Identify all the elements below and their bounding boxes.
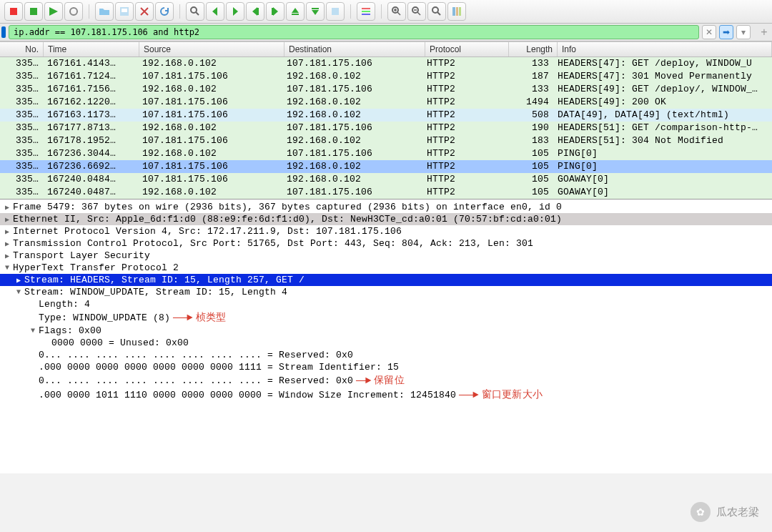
cell-len: 183 (505, 134, 553, 147)
svg-rect-19 (459, 7, 461, 16)
svg-rect-8 (292, 14, 299, 15)
packet-row[interactable]: 335…167161.7156…192.168.0.102107.181.175… (0, 83, 772, 96)
cell-proto: HTTP2 (422, 134, 505, 147)
column-header-no[interactable]: No. (0, 42, 44, 56)
tree-frame[interactable]: ▶Frame 5479: 367 bytes on wire (2936 bit… (0, 201, 772, 213)
start-capture-button[interactable] (4, 2, 23, 21)
packet-row[interactable]: 335…167163.1173…107.181.175.106192.168.0… (0, 109, 772, 122)
column-header-info[interactable]: Info (558, 42, 772, 56)
display-filter-input[interactable] (9, 25, 699, 39)
tree-flags-unused[interactable]: 0000 0000 = Unused: 0x00 (0, 337, 772, 349)
tree-flags[interactable]: ▼Flags: 0x00 (0, 325, 772, 337)
packet-row[interactable]: 335…167236.6692…107.181.175.106192.168.0… (0, 160, 772, 173)
tree-length[interactable]: Length: 4 (0, 298, 772, 310)
go-next-button[interactable] (226, 2, 244, 21)
tree-reserved-1[interactable]: 0... .... .... .... .... .... .... .... … (0, 349, 772, 361)
svg-point-5 (191, 7, 197, 13)
collapse-icon[interactable]: ▼ (29, 327, 37, 335)
resize-columns-button[interactable] (447, 2, 466, 21)
tree-ip[interactable]: ▶Internet Protocol Version 4, Src: 172.1… (0, 225, 772, 237)
tree-tcp[interactable]: ▶Transmission Control Protocol, Src Port… (0, 237, 772, 250)
cell-len: 133 (505, 57, 553, 70)
column-header-time[interactable]: Time (44, 42, 139, 56)
cell-dst: 192.168.0.102 (282, 96, 422, 109)
filter-bookmark-icon[interactable] (1, 26, 6, 38)
expand-icon[interactable]: ▶ (14, 276, 23, 285)
expand-icon[interactable]: ▶ (3, 203, 11, 212)
watermark-text: 瓜农老梁 (716, 506, 759, 519)
tree-stream-headers[interactable]: ▶Stream: HEADERS, Stream ID: 15, Length … (0, 274, 772, 286)
cell-dst: 192.168.0.102 (282, 70, 422, 83)
reload-button[interactable] (155, 2, 174, 21)
tree-stream-id[interactable]: .000 0000 0000 0000 0000 0000 0000 1111 … (0, 361, 772, 373)
cell-len: 1494 (505, 96, 553, 109)
open-file-button[interactable] (95, 2, 114, 21)
save-file-button[interactable] (115, 2, 134, 21)
go-top-button[interactable] (286, 2, 305, 21)
collapse-icon[interactable]: ▼ (14, 288, 23, 296)
tree-window-size[interactable]: .000 0000 1011 1110 0000 0000 0000 0000 … (0, 388, 772, 402)
cell-info: GOAWAY[0] (553, 186, 772, 199)
tree-http2[interactable]: ▼HyperText Transfer Protocol 2 (0, 262, 772, 274)
restart-capture-button[interactable] (44, 2, 63, 21)
tree-tls[interactable]: ▶Transport Layer Security (0, 250, 772, 262)
packet-list-rows[interactable]: 335…167161.4143…192.168.0.102107.181.175… (0, 57, 772, 199)
expand-icon[interactable]: ▶ (3, 240, 11, 248)
cell-time: 167177.8713… (43, 122, 138, 134)
cell-info: HEADERS[47]: 301 Moved Permanently (553, 70, 772, 83)
packet-row[interactable]: 335…167161.4143…192.168.0.102107.181.175… (0, 57, 772, 70)
tree-type[interactable]: Type: WINDOW_UPDATE (8)———►桢类型 (0, 310, 772, 325)
column-header-source[interactable]: Source (139, 42, 284, 56)
apply-filter-button[interactable]: ➡ (719, 25, 733, 39)
packet-row[interactable]: 335…167177.8713…192.168.0.102107.181.175… (0, 122, 772, 134)
jump-prev-button[interactable] (246, 2, 264, 21)
column-header-protocol[interactable]: Protocol (425, 42, 509, 56)
cell-src: 107.181.175.106 (138, 160, 282, 173)
packet-row[interactable]: 335…167162.1220…107.181.175.106192.168.0… (0, 96, 772, 109)
expand-icon[interactable]: ▶ (3, 252, 11, 260)
filter-history-button[interactable]: ▾ (736, 25, 751, 39)
collapse-icon[interactable]: ▼ (3, 264, 11, 272)
packet-row[interactable]: 335…167161.7124…107.181.175.106192.168.0… (0, 70, 772, 83)
zoom-reset-button[interactable] (427, 2, 446, 21)
cell-proto: HTTP2 (422, 70, 505, 83)
zoom-out-button[interactable] (407, 2, 426, 21)
cell-no: 335… (0, 160, 43, 173)
cell-proto: HTTP2 (422, 109, 505, 122)
watermark: ✿ 瓜农老梁 (691, 502, 759, 522)
add-filter-button[interactable]: + (758, 26, 771, 39)
packet-row[interactable]: 335…167178.1952…107.181.175.106192.168.0… (0, 134, 772, 147)
tree-reserved-2[interactable]: 0... .... .... .... .... .... .... .... … (0, 373, 772, 388)
stop-capture-button[interactable] (24, 2, 43, 21)
column-header-length[interactable]: Length (509, 42, 558, 56)
packet-details-pane[interactable]: ▶Frame 5479: 367 bytes on wire (2936 bit… (0, 199, 772, 473)
go-bottom-button[interactable] (306, 2, 325, 21)
capture-options-button[interactable] (64, 2, 83, 21)
svg-rect-7 (272, 8, 273, 15)
expand-icon[interactable]: ▶ (3, 227, 11, 236)
close-file-button[interactable] (135, 2, 154, 21)
colorize-button[interactable] (357, 2, 375, 21)
cell-no: 335… (0, 186, 43, 199)
autoscroll-button[interactable] (326, 2, 345, 21)
cell-proto: HTTP2 (422, 57, 505, 70)
tree-ethernet[interactable]: ▶Ethernet II, Src: Apple_6d:f1:d0 (88:e9… (0, 213, 772, 225)
go-prev-button[interactable] (206, 2, 224, 21)
packet-row[interactable]: 335…167236.3044…192.168.0.102107.181.175… (0, 147, 772, 160)
cell-info: HEADERS[49]: 200 OK (553, 96, 772, 109)
packet-row[interactable]: 335…167240.0484…107.181.175.106192.168.0… (0, 173, 772, 186)
cell-time: 167236.3044… (43, 147, 138, 160)
packet-list-header[interactable]: No. Time Source Destination Protocol Len… (0, 41, 772, 57)
cell-no: 335… (0, 122, 43, 134)
column-header-destination[interactable]: Destination (284, 42, 425, 56)
toolbar-separator (381, 4, 382, 19)
jump-next-button[interactable] (266, 2, 284, 21)
packet-row[interactable]: 335…167240.0487…192.168.0.102107.181.175… (0, 186, 772, 199)
tree-stream-window-update[interactable]: ▼Stream: WINDOW_UPDATE, Stream ID: 15, L… (0, 286, 772, 298)
cell-info: PING[0] (553, 147, 772, 160)
expand-icon[interactable]: ▶ (3, 215, 11, 224)
zoom-in-button[interactable] (387, 2, 406, 21)
clear-filter-button[interactable]: ✕ (702, 25, 716, 39)
find-button[interactable] (186, 2, 204, 21)
cell-proto: HTTP2 (422, 173, 505, 186)
